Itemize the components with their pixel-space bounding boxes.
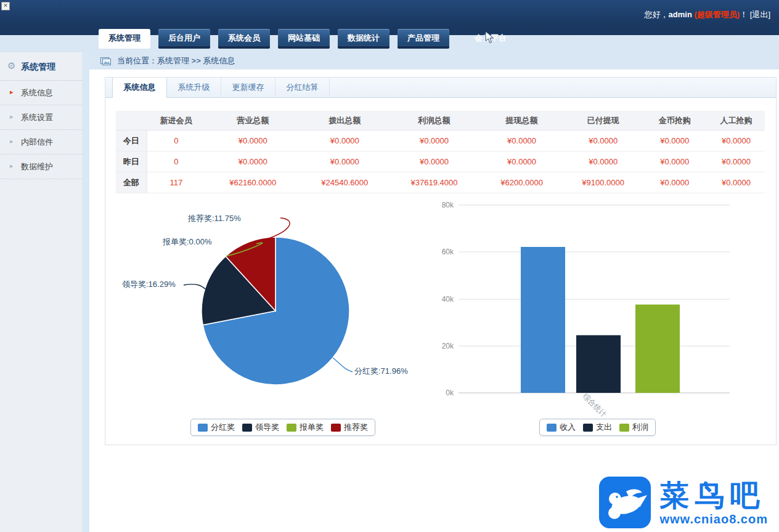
admin-dashboard: ✕ 您好，admin (超级管理员)！ [退出] 系统管理后台用户系统会员网站基… bbox=[0, 0, 779, 532]
legend-item: 推荐奖 bbox=[331, 422, 368, 433]
nav-tab[interactable]: 后台用户 bbox=[158, 29, 210, 49]
table-cell: ¥62160.0000 bbox=[205, 172, 300, 193]
legend-item: 支出 bbox=[583, 422, 612, 433]
table-cell: ¥0.0000 bbox=[389, 151, 479, 172]
table-header-cell: 拨出总额 bbox=[300, 111, 389, 131]
table-cell: ¥0.0000 bbox=[642, 131, 708, 151]
breadcrumb-icon bbox=[100, 57, 111, 65]
callout-line-fenhong bbox=[333, 358, 353, 372]
username: admin bbox=[669, 10, 692, 19]
table-cell: 0 bbox=[147, 131, 205, 151]
pie-callout: 分红奖:71.96% bbox=[354, 366, 408, 376]
nav-tab[interactable]: 系统管理 bbox=[99, 29, 150, 49]
table-header-cell: 人工抢购 bbox=[708, 111, 765, 131]
brand-name: 菜鸟吧 bbox=[659, 479, 765, 512]
sidebar-item-label: 数据维护 bbox=[21, 162, 53, 171]
y-tick: 20k bbox=[442, 342, 454, 350]
stats-table: 新进会员营业总额拨出总额利润总额提现总额已付提现金币抢购人工抢购 今日0¥0.0… bbox=[116, 111, 765, 193]
legend-label: 利润 bbox=[632, 422, 648, 433]
footer-brand: 菜鸟吧 www.cniao8.com bbox=[599, 477, 768, 528]
table-cell: ¥24540.6000 bbox=[300, 172, 389, 193]
y-tick: 0k bbox=[446, 389, 454, 397]
y-tick: 80k bbox=[442, 201, 454, 209]
nav-tab[interactable]: 数据统计 bbox=[338, 29, 389, 49]
table-cell: ¥0.0000 bbox=[708, 172, 765, 193]
pie-legend: 分红奖领导奖报单奖推荐奖 bbox=[190, 419, 375, 436]
nav-tab[interactable]: 产品管理 bbox=[398, 29, 449, 49]
bar-chart: 0k 20k 40k 60k 80k 综合统计 bbox=[425, 195, 762, 435]
table-cell: ¥0.0000 bbox=[565, 131, 642, 151]
legend-swatch bbox=[242, 424, 252, 432]
legend-swatch bbox=[198, 424, 208, 432]
nav-tab[interactable]: 网站基础 bbox=[278, 29, 330, 49]
sidebar-item[interactable]: ▸内部信件 bbox=[0, 130, 82, 155]
table-header-cell: 利润总额 bbox=[389, 111, 479, 131]
panel-tab[interactable]: 更新缓存 bbox=[221, 78, 275, 97]
sidebar-item[interactable]: ▸数据维护 bbox=[0, 155, 82, 179]
table-cell: ¥0.0000 bbox=[205, 131, 300, 151]
table-header-row: 新进会员营业总额拨出总额利润总额提现总额已付提现金币抢购人工抢购 bbox=[116, 111, 765, 131]
table-cell: ¥0.0000 bbox=[642, 172, 708, 193]
table-cell: ¥9100.0000 bbox=[565, 172, 642, 193]
breadcrumb: 当前位置：系统管理 >> 系统信息 bbox=[117, 55, 235, 66]
table-cell: 0 bbox=[147, 151, 205, 172]
table-cell: ¥0.0000 bbox=[389, 131, 479, 151]
nav-tab[interactable]: 系统会员 bbox=[218, 29, 270, 49]
sidebar-section-system[interactable]: ⚙ 系统管理 bbox=[0, 52, 82, 81]
row-label: 昨日 bbox=[116, 151, 147, 172]
user-role: (超级管理员) bbox=[694, 10, 740, 19]
bird-logo-icon bbox=[599, 477, 651, 528]
sidebar: ⚙ 系统管理 ▸系统信息▸系统设置▸内部信件▸数据维护 bbox=[0, 52, 89, 532]
table-row: 今日0¥0.0000¥0.0000¥0.0000¥0.0000¥0.0000¥0… bbox=[116, 131, 765, 151]
pie-chart: 推荐奖:11.75% 报单奖:0.00% 领导奖:16.29% 分红奖:71.9… bbox=[105, 195, 451, 435]
table-cell: 117 bbox=[147, 172, 205, 193]
table-cell: ¥0.0000 bbox=[708, 131, 765, 151]
legend-swatch bbox=[547, 424, 557, 432]
table-cell: ¥0.0000 bbox=[205, 151, 300, 172]
bar-1 bbox=[576, 335, 621, 393]
legend-item: 领导奖 bbox=[242, 422, 279, 433]
table-cell: ¥37619.4000 bbox=[389, 172, 479, 193]
panel-tab[interactable]: 系统升级 bbox=[167, 78, 221, 97]
legend-label: 报单奖 bbox=[300, 422, 324, 433]
legend-label: 支出 bbox=[596, 422, 612, 433]
legend-label: 领导奖 bbox=[255, 422, 279, 433]
brand-site: www.cniao8.com bbox=[659, 512, 768, 526]
bar-legend: 收入支出利润 bbox=[539, 419, 656, 436]
breadcrumb-bar: 当前位置：系统管理 >> 系统信息 bbox=[89, 52, 779, 70]
legend-swatch bbox=[619, 424, 629, 432]
arrow-right-icon: ▸ bbox=[10, 88, 14, 96]
callout-line-lingdao bbox=[184, 284, 206, 289]
exclaim: ！ bbox=[740, 10, 748, 19]
greeting-text: 您好， bbox=[645, 10, 669, 19]
pie-callout: 推荐奖:11.75% bbox=[187, 214, 241, 223]
pie-callout: 领导奖:16.29% bbox=[122, 280, 176, 289]
table-cell: ¥0.0000 bbox=[479, 131, 565, 151]
bar-0 bbox=[521, 247, 565, 393]
sidebar-item-label: 系统信息 bbox=[21, 88, 53, 97]
pie-callout: 报单奖:0.00% bbox=[162, 237, 212, 246]
broken-image-icon: ✕ bbox=[1, 2, 10, 10]
legend-swatch bbox=[583, 424, 593, 432]
sidebar-item-label: 系统设置 bbox=[21, 113, 53, 122]
sidebar-item-label: 内部信件 bbox=[21, 137, 53, 147]
arrow-right-icon: ▸ bbox=[10, 113, 14, 121]
legend-label: 收入 bbox=[560, 422, 576, 433]
sidebar-item[interactable]: ▸系统设置 bbox=[0, 105, 82, 130]
table-cell: ¥0.0000 bbox=[565, 151, 642, 172]
legend-item: 分红奖 bbox=[198, 422, 235, 433]
table-header-cell: 已付提现 bbox=[565, 111, 642, 131]
legend-label: 推荐奖 bbox=[344, 422, 368, 433]
legend-label: 分红奖 bbox=[211, 422, 235, 433]
table-cell: ¥0.0000 bbox=[708, 151, 765, 172]
gear-icon: ⚙ bbox=[7, 60, 15, 71]
sidebar-item[interactable]: ▸系统信息 bbox=[0, 81, 82, 105]
table-cell: ¥0.0000 bbox=[642, 151, 708, 172]
legend-swatch bbox=[331, 424, 341, 432]
content-panel: 系统信息系统升级更新缓存分红结算 新进会员营业总额拨出总额利润总额提现总额已付提… bbox=[105, 77, 777, 445]
logout-link[interactable]: [退出] bbox=[750, 10, 770, 19]
table-cell: ¥0.0000 bbox=[479, 151, 565, 172]
panel-tab[interactable]: 分红结算 bbox=[275, 78, 330, 97]
user-info: 您好，admin (超级管理员)！ [退出] bbox=[645, 9, 770, 20]
panel-tab[interactable]: 系统信息 bbox=[112, 78, 167, 98]
